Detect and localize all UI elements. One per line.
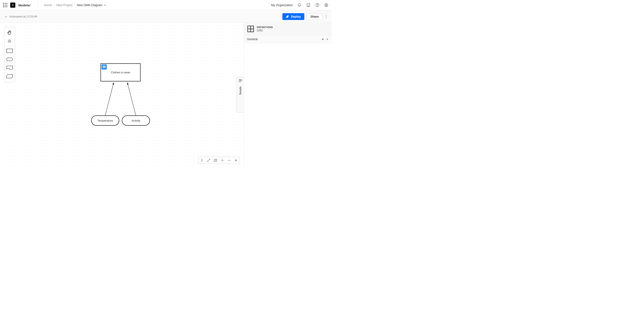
drd-canvas[interactable]: Clothes to wear Temperature Activity — [0, 23, 244, 167]
svg-line-6 — [127, 82, 136, 115]
subheader-actions: Deploy Share — [282, 13, 327, 20]
deploy-label: Deploy — [291, 15, 301, 18]
svg-rect-15 — [6, 58, 12, 61]
reset-view-button[interactable] — [198, 157, 205, 164]
fit-view-button[interactable] — [205, 157, 212, 164]
tool-palette — [4, 27, 15, 82]
svg-line-5 — [105, 82, 114, 115]
properties-panel: DEFINITIONS DRD General — [244, 23, 332, 167]
app-logo: C — [10, 2, 15, 8]
minimap-button[interactable] — [212, 157, 219, 164]
header-left: C Modeler Home › New Project › New DMN D… — [3, 2, 106, 8]
create-decision-tool[interactable] — [5, 47, 14, 55]
input-node-label: Activity — [132, 119, 140, 122]
create-input-data-tool[interactable] — [5, 55, 14, 64]
details-tab-label: Details — [239, 86, 242, 95]
svg-point-2 — [317, 6, 317, 6]
autosave-text: Autosaved at 13:28:48 — [9, 15, 37, 18]
svg-point-17 — [222, 160, 223, 161]
properties-panel-header: DEFINITIONS DRD — [244, 23, 332, 35]
details-tab-toggle[interactable]: Details — [236, 77, 244, 113]
svg-rect-12 — [104, 67, 106, 68]
decision-node-label: Clothes to wear — [111, 71, 130, 74]
create-bkm-tool[interactable] — [5, 72, 14, 81]
breadcrumb-current-label: New DMN Diagram — [77, 3, 103, 7]
svg-rect-14 — [6, 49, 12, 53]
panel-supertitle: DEFINITIONS — [257, 26, 273, 28]
lasso-tool[interactable] — [5, 37, 14, 45]
input-node-activity[interactable]: Activity — [122, 115, 150, 126]
building-icon[interactable] — [306, 3, 311, 7]
breadcrumb-home[interactable]: Home — [44, 3, 52, 7]
more-menu-button[interactable] — [325, 14, 327, 19]
svg-rect-10 — [104, 67, 106, 67]
breadcrumb-project[interactable]: New Project — [56, 3, 72, 7]
help-icon[interactable] — [315, 3, 320, 7]
header-right: My Organization — [271, 3, 328, 7]
chevron-right-icon: › — [74, 3, 75, 7]
input-node-label: Temperature — [98, 119, 113, 122]
top-header: C Modeler Home › New Project › New DMN D… — [0, 0, 332, 10]
panel-header-titles: DEFINITIONS DRD — [257, 26, 273, 32]
zoom-in-button[interactable] — [232, 157, 239, 164]
apps-menu-icon[interactable] — [3, 3, 7, 7]
hand-tool[interactable] — [5, 28, 14, 37]
panel-section-label: General — [247, 37, 322, 41]
menu-icon — [239, 79, 242, 82]
decision-node-clothes[interactable]: Clothes to wear — [100, 63, 140, 81]
svg-rect-9 — [103, 67, 104, 67]
app-name: Modeler — [18, 3, 31, 7]
sub-header: Autosaved at 13:28:48 Deploy Share — [0, 10, 332, 23]
create-knowledge-source-tool[interactable] — [5, 64, 14, 72]
view-controls — [198, 157, 240, 164]
breadcrumb-current[interactable]: New DMN Diagram — [77, 3, 106, 7]
organization-label[interactable]: My Organization — [271, 3, 293, 7]
center-button[interactable] — [219, 157, 226, 164]
deploy-button[interactable]: Deploy — [282, 13, 304, 20]
decision-table-icon — [102, 64, 107, 70]
svg-point-4 — [326, 4, 327, 5]
autosave-status: Autosaved at 13:28:48 — [4, 15, 37, 18]
palette-separator — [6, 46, 14, 46]
chevron-down-icon — [104, 4, 106, 6]
table-icon — [248, 26, 254, 32]
share-button[interactable]: Share — [306, 13, 323, 20]
rocket-icon — [286, 15, 289, 18]
connectors — [0, 23, 244, 167]
chevron-right-icon: › — [54, 3, 55, 7]
breadcrumb: Home › New Project › New DMN Diagram — [44, 3, 106, 7]
canvas-wrapper: Clothes to wear Temperature Activity — [0, 23, 244, 167]
bell-icon[interactable] — [297, 3, 302, 7]
user-icon[interactable] — [324, 3, 328, 7]
svg-rect-11 — [103, 67, 104, 68]
panel-title: DRD — [257, 29, 273, 32]
check-icon — [4, 15, 8, 18]
status-dot-icon — [322, 38, 324, 40]
input-node-temperature[interactable]: Temperature — [91, 115, 119, 126]
svg-rect-8 — [103, 66, 106, 66]
zoom-out-button[interactable] — [226, 157, 232, 164]
svg-point-16 — [202, 159, 202, 160]
chevron-right-icon — [326, 38, 328, 40]
main-area: Clothes to wear Temperature Activity — [0, 23, 332, 167]
panel-section-general[interactable]: General — [244, 35, 332, 43]
